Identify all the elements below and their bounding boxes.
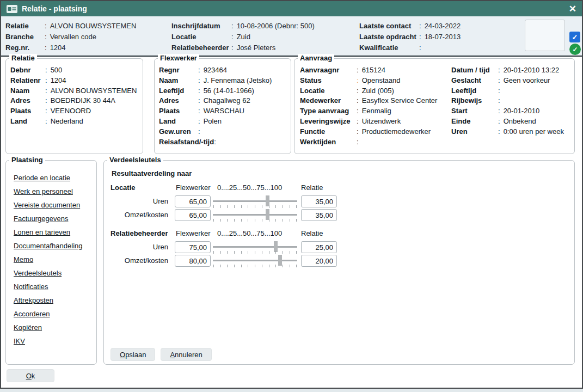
header-checkbox[interactable]: ✓ — [569, 32, 580, 42]
relatie-value-input[interactable] — [301, 241, 337, 253]
flexwerker-panel: Flexwerker Regnr : 923464 Naam : J. Fenn… — [154, 58, 291, 154]
slider-ticks — [213, 205, 297, 208]
slider-ticks — [213, 251, 297, 254]
field-row: Debnr : 500 — [10, 65, 138, 76]
cancel-button-accel: A — [170, 351, 175, 359]
field-colon: : — [45, 86, 47, 96]
sidebar-item-verdeelsleutels[interactable]: Verdeelsleutels — [14, 269, 62, 277]
field-label: Leeftijd — [159, 86, 198, 96]
field-label: Relatie — [5, 21, 45, 32]
relatie-value-input[interactable] — [301, 255, 337, 267]
slider-row-locatie-uren: Uren — [104, 195, 574, 209]
field-row: Werktijden : — [300, 137, 437, 148]
slider-thumb[interactable] — [278, 255, 282, 266]
field-colon: : — [357, 76, 359, 86]
sidebar-item-periode-en-locatie[interactable]: Periode en locatie — [14, 174, 70, 182]
slider-thumb[interactable] — [266, 195, 269, 206]
field-row: Naam : J. Fennemaa (Jetsko) — [159, 76, 286, 86]
relatie-value-input[interactable] — [301, 195, 337, 207]
slider-thumb[interactable] — [274, 241, 278, 252]
panel-legend: Flexwerker — [158, 54, 199, 62]
plaatsing-sidebar: Plaatsing Periode en locatie Werk en per… — [5, 160, 97, 365]
sidebar-item-factuurgegevens[interactable]: Factuurgegevens — [14, 215, 68, 223]
field-label: Type aanvraag — [300, 106, 357, 117]
field-row: Status : Openstaand — [300, 76, 437, 86]
sidebar-item-documentafhandeling[interactable]: Documentafhandeling — [14, 242, 82, 250]
field-label: Start — [451, 106, 498, 117]
header-field: Relatiebeheerder : José Pieters — [171, 42, 315, 53]
distribution-slider[interactable] — [213, 195, 297, 209]
distribution-slider[interactable] — [213, 209, 297, 222]
field-label: Plaats — [159, 106, 198, 117]
field-colon: : — [498, 76, 500, 86]
relatie-panel: Relatie Debnr : 500 Relatienr : 1204 Naa… — [5, 58, 143, 154]
field-value: Easyflex Service Center — [362, 96, 438, 106]
distribution-slider[interactable] — [213, 241, 297, 254]
field-colon: : — [214, 137, 216, 148]
header-field: Reg.nr. : 1204 — [5, 42, 136, 53]
field-colon: : — [498, 86, 500, 96]
field-label: Reg.nr. — [5, 42, 45, 53]
relatie-panel-body: Debnr : 500 Relatienr : 1204 Naam : ALVO… — [6, 59, 143, 127]
field-label: Locatie — [300, 86, 357, 96]
field-colon: : — [419, 21, 421, 32]
close-icon[interactable]: ✕ — [569, 4, 576, 14]
header-column-right: Laatste contact : 24-03-2022 Laatste opd… — [359, 21, 461, 53]
field-row: Medewerker : Easyflex Service Center — [300, 96, 437, 106]
header-field: Laatste contact : 24-03-2022 — [359, 21, 461, 32]
flexwerker-value-input[interactable] — [175, 195, 211, 207]
field-value: José Pieters — [237, 42, 276, 53]
field-label: Naam — [10, 86, 45, 96]
field-row: Land : Nederland — [10, 117, 138, 127]
field-value: Openstaand — [362, 76, 401, 86]
sidebar-item-aftrekposten[interactable]: Aftrekposten — [14, 296, 53, 304]
list-item: Memo — [14, 254, 96, 268]
screen: Relatie - plaatsing ✕ Relatie : ALVON BO… — [0, 0, 583, 392]
field-value: 24-03-2022 — [425, 21, 461, 32]
field-value: 923464 — [204, 65, 227, 76]
slider-track — [213, 260, 297, 261]
cancel-button[interactable]: Annuleren — [161, 348, 211, 361]
sidebar-item-notificaties[interactable]: Notificaties — [14, 283, 48, 291]
row-label: Omzet/kosten — [104, 209, 168, 221]
slider-row-locatie-omzet: Omzet/kosten — [104, 209, 574, 222]
distribution-slider[interactable] — [213, 255, 297, 268]
field-label: Reisafstand/-tijd — [159, 137, 214, 148]
field-label: Functie — [300, 127, 357, 137]
sidebar-item-accorderen[interactable]: Accorderen — [14, 310, 50, 318]
field-label: Uren — [451, 127, 498, 137]
field-row: Functie : Productiemedewerker — [300, 127, 437, 137]
column-header-scale: 0....25...50...75...100 — [217, 183, 282, 192]
slider-ticks — [213, 265, 297, 267]
sidebar-item-ikv[interactable]: IKV — [14, 337, 25, 345]
flexwerker-value-input[interactable] — [175, 255, 211, 267]
flexwerker-value-input[interactable] — [175, 209, 211, 221]
field-label: Naam — [159, 76, 198, 86]
field-colon: : — [45, 117, 47, 127]
field-value: BOEDRDIJK 30 44A — [51, 96, 115, 106]
aanvraag-right-column: Datum / tijd : 20-01-2010 13:22 Geslacht… — [451, 65, 564, 137]
checkmark-icon: ✓ — [572, 33, 578, 41]
column-header-scale: 0....25...50...75...100 — [217, 229, 282, 237]
sidebar-item-lonen-en-tarieven[interactable]: Lonen en tarieven — [14, 228, 70, 236]
field-colon: : — [45, 32, 47, 42]
bottom-strip — [0, 389, 583, 392]
field-row: Locatie : Zuid (005) — [300, 86, 437, 96]
group-name: Relatiebeheerder — [111, 229, 168, 237]
field-row: Plaats : VEENOORD — [10, 106, 138, 117]
list-item: Notificaties — [14, 281, 96, 295]
flexwerker-value-input[interactable] — [175, 241, 211, 253]
relatie-value-input[interactable] — [301, 209, 337, 221]
sidebar-item-vereiste-documenten[interactable]: Vereiste documenten — [14, 201, 80, 209]
sidebar-item-memo[interactable]: Memo — [14, 255, 33, 264]
field-value: Zuid — [237, 32, 250, 42]
field-value: Zuid (005) — [362, 86, 394, 96]
header-field: Laatste opdracht : 18-07-2013 — [359, 32, 461, 42]
slider-thumb[interactable] — [266, 209, 269, 220]
sidebar-item-kopieren[interactable]: Kopiëren — [14, 323, 42, 332]
ok-button[interactable]: Ok — [7, 369, 54, 382]
save-button[interactable]: Opslaan — [111, 348, 155, 361]
sidebar-item-werk-en-personeel[interactable]: Werk en personeel — [14, 187, 73, 195]
column-header-flexwerker: Flexwerker — [176, 229, 211, 237]
field-row: Adres : Chagallweg 62 — [159, 96, 286, 106]
